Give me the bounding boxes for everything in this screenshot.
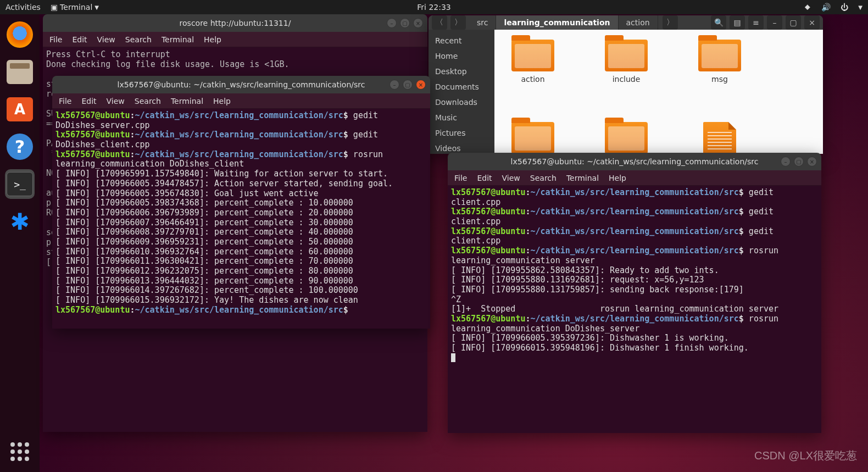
titlebar[interactable]: roscore http://ubuntu:11311/ – ▢ × xyxy=(43,14,427,32)
close-button[interactable]: × xyxy=(413,18,423,28)
maximize-button[interactable]: ▢ xyxy=(786,15,801,30)
hamburger-menu-button[interactable]: ≡ xyxy=(748,15,764,30)
clock[interactable]: Fri 22:33 xyxy=(417,3,450,12)
menu-help[interactable]: Help xyxy=(204,35,221,44)
chevron-down-icon: ▼ xyxy=(94,4,99,10)
nav-forward-button[interactable]: 〉 xyxy=(450,15,466,30)
launcher-firefox[interactable] xyxy=(5,20,35,49)
terminal-content[interactable]: lx567567@ubuntu:~/catkin_ws/src/learning… xyxy=(448,186,821,433)
maximize-button[interactable]: ▢ xyxy=(400,18,410,28)
sidebar-item-home[interactable]: Home xyxy=(429,48,494,64)
terminal-content[interactable]: lx567567@ubuntu:~/catkin_ws/src/learning… xyxy=(52,109,430,329)
menu-search[interactable]: Search xyxy=(125,35,152,44)
menu-search[interactable]: Search xyxy=(135,97,161,105)
sidebar-item-desktop[interactable]: Desktop xyxy=(429,64,494,79)
minimize-button[interactable]: – xyxy=(781,157,791,166)
terminal-icon: >_ xyxy=(7,172,33,196)
folder-icon xyxy=(698,40,741,71)
files-headerbar: 〈 〉 srclearning_communicationaction 〉 🔍 … xyxy=(429,15,823,30)
activities-button[interactable]: Activities xyxy=(5,3,41,12)
launcher-software[interactable] xyxy=(5,95,35,124)
menu-file[interactable]: File xyxy=(454,174,467,182)
files-icon xyxy=(7,60,33,84)
folder-icon xyxy=(511,122,554,154)
minimize-button[interactable]: – xyxy=(387,18,397,28)
volume-icon[interactable]: 🔊 xyxy=(821,3,831,12)
launcher-files[interactable] xyxy=(5,57,35,87)
sidebar-item-music[interactable]: Music xyxy=(429,110,494,125)
app-menu[interactable]: ▣ Terminal ▼ xyxy=(51,3,99,12)
nav-back-button[interactable]: 〈 xyxy=(432,15,447,30)
network-icon[interactable]: ⯁ xyxy=(804,3,811,12)
close-button[interactable]: × xyxy=(416,80,426,90)
dock: ? >_ ✱ xyxy=(0,14,40,472)
sidebar-item-videos[interactable]: Videos xyxy=(429,141,494,154)
menu-terminal[interactable]: Terminal xyxy=(162,35,194,44)
breadcrumb-segment[interactable]: learning_communication xyxy=(496,15,618,30)
file-item[interactable] xyxy=(692,122,747,154)
menu-view[interactable]: View xyxy=(107,97,125,105)
menu-search[interactable]: Search xyxy=(530,174,557,182)
minimize-button[interactable]: – xyxy=(390,80,399,90)
menu-edit[interactable]: Edit xyxy=(72,35,87,44)
titlebar[interactable]: lx567567@ubuntu: ~/catkin_ws/src/learnin… xyxy=(448,153,821,170)
menu-view[interactable]: View xyxy=(97,35,115,44)
item-label: msg xyxy=(711,75,728,84)
search-button[interactable]: 🔍 xyxy=(711,15,726,30)
files-grid[interactable]: actionincludemsg xyxy=(494,30,823,154)
window-title: lx567567@ubuntu: ~/catkin_ws/src/learnin… xyxy=(58,80,425,89)
maximize-button[interactable]: ▢ xyxy=(403,80,413,90)
menubar: FileEditViewSearchTerminalHelp xyxy=(448,170,821,186)
files-window[interactable]: 〈 〉 srclearning_communicationaction 〉 🔍 … xyxy=(429,15,823,154)
window-title: roscore http://ubuntu:11311/ xyxy=(48,19,422,27)
sidebar-item-downloads[interactable]: Downloads xyxy=(429,95,494,110)
firefox-icon xyxy=(7,21,33,48)
launcher-app[interactable]: ✱ xyxy=(5,207,35,236)
terminal-window-server[interactable]: lx567567@ubuntu: ~/catkin_ws/src/learnin… xyxy=(448,153,821,433)
menu-edit[interactable]: Edit xyxy=(477,174,492,182)
view-toggle-button[interactable]: ▤ xyxy=(730,15,745,30)
menu-view[interactable]: View xyxy=(502,174,520,182)
sidebar-item-pictures[interactable]: Pictures xyxy=(429,125,494,141)
launcher-help[interactable]: ? xyxy=(5,132,35,162)
file-icon xyxy=(703,122,736,154)
folder-item[interactable]: include xyxy=(599,40,654,84)
maximize-button[interactable]: ▢ xyxy=(794,157,804,166)
close-button[interactable]: × xyxy=(804,15,820,30)
folder-item[interactable]: msg xyxy=(692,40,747,84)
show-applications[interactable] xyxy=(10,442,29,461)
close-button[interactable]: × xyxy=(807,157,817,166)
item-label: action xyxy=(521,75,544,84)
menu-edit[interactable]: Edit xyxy=(81,97,96,105)
breadcrumb-overflow[interactable]: 〉 xyxy=(663,15,678,30)
breadcrumb: srclearning_communicationaction xyxy=(469,15,658,30)
window-title: lx567567@ubuntu: ~/catkin_ws/src/learnin… xyxy=(453,157,816,166)
sidebar-item-recent[interactable]: Recent xyxy=(429,33,494,48)
splat-icon: ✱ xyxy=(10,208,29,235)
power-icon[interactable]: ⏻ xyxy=(841,3,848,12)
files-sidebar: RecentHomeDesktopDocumentsDownloadsMusic… xyxy=(429,30,494,154)
menu-help[interactable]: Help xyxy=(213,97,231,105)
terminal-icon: ▣ xyxy=(51,3,58,12)
folder-icon xyxy=(511,40,554,71)
menu-help[interactable]: Help xyxy=(609,174,626,182)
folder-item[interactable]: action xyxy=(505,40,560,84)
chevron-down-icon: ▼ xyxy=(858,4,863,10)
titlebar[interactable]: lx567567@ubuntu: ~/catkin_ws/src/learnin… xyxy=(52,76,430,93)
sidebar-item-documents[interactable]: Documents xyxy=(429,79,494,95)
software-icon xyxy=(7,97,33,121)
menu-terminal[interactable]: Terminal xyxy=(566,174,599,182)
menu-file[interactable]: File xyxy=(49,35,62,44)
minimize-button[interactable]: – xyxy=(767,15,782,30)
menu-terminal[interactable]: Terminal xyxy=(171,97,203,105)
folder-icon xyxy=(605,40,648,71)
breadcrumb-segment[interactable]: src xyxy=(469,15,496,30)
menu-file[interactable]: File xyxy=(59,97,71,105)
breadcrumb-segment[interactable]: action xyxy=(619,15,658,30)
folder-item[interactable] xyxy=(505,122,560,154)
launcher-terminal[interactable]: >_ xyxy=(5,169,35,199)
folder-item[interactable] xyxy=(599,122,654,154)
terminal-window-client[interactable]: lx567567@ubuntu: ~/catkin_ws/src/learnin… xyxy=(52,76,430,329)
app-menu-label: Terminal xyxy=(60,3,92,12)
menubar: FileEditViewSearchTerminalHelp xyxy=(43,32,427,47)
